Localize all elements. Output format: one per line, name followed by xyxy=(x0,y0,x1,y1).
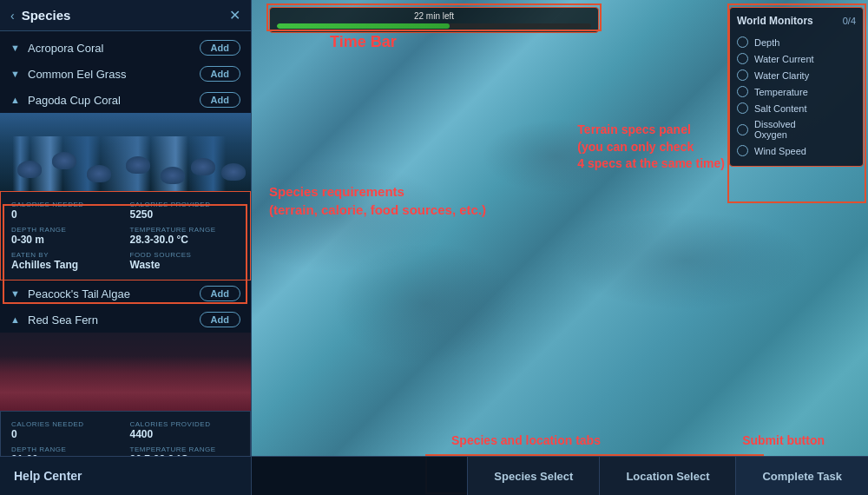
monitor-item-water-clarity[interactable]: Water Clarity xyxy=(737,67,856,83)
radio-temperature[interactable] xyxy=(737,86,748,97)
species-select-tab[interactable]: Species Select xyxy=(467,457,599,496)
monitor-item-wind-speed[interactable]: Wind Speed xyxy=(737,142,856,159)
species-name: Common Eel Grass xyxy=(28,68,126,81)
coral-shape xyxy=(17,161,42,178)
monitor-label: Water Clarity xyxy=(754,70,809,81)
species-name: Pagoda Cup Coral xyxy=(28,94,121,107)
add-pagoda-button[interactable]: Add xyxy=(200,92,240,108)
food-sources-label: FOOD SOURCES xyxy=(130,251,240,259)
time-progress-background xyxy=(277,23,591,29)
location-select-tab[interactable]: Location Select xyxy=(599,457,735,496)
left-panel: ‹ Species ✕ ▼ Acropora Coral Add ▼ Commo… xyxy=(0,0,252,456)
monitors-count: 0/4 xyxy=(843,16,856,26)
monitor-item-salt-content[interactable]: Salt Content xyxy=(737,100,856,116)
temperature-value: 28.3-30.0 °C xyxy=(130,234,240,246)
temperature-label: TEMPERATURE RANGE xyxy=(130,446,240,453)
depth-range-label: DEPTH RANGE xyxy=(11,226,122,234)
calories-needed-value: 0 xyxy=(11,208,122,221)
monitor-label: Temperature xyxy=(754,87,808,97)
chevron-up-icon: ▲ xyxy=(10,314,23,325)
radio-wind-speed[interactable] xyxy=(737,145,748,156)
radio-salt-content[interactable] xyxy=(737,102,748,114)
monitor-label: Wind Speed xyxy=(754,146,806,156)
bottom-bar: Help Center Species Select Location Sele… xyxy=(0,456,868,495)
coral-shape xyxy=(126,156,150,174)
chevron-down-icon: ▼ xyxy=(10,288,23,299)
temperature-label: TEMPERATURE RANGE xyxy=(130,226,240,234)
calories-provided-label: CALORIES PROVIDED xyxy=(130,201,240,208)
location-select-label: Location Select xyxy=(626,470,709,483)
monitor-item-dissolved-oxygen[interactable]: DissolvedOxygen xyxy=(737,116,856,142)
add-acropora-button[interactable]: Add xyxy=(200,40,240,56)
coral-shape xyxy=(191,158,215,175)
eaten-by-label: EATEN BY xyxy=(11,251,122,259)
terrain-specs-annotation: Terrain specs panel(you can only check4 … xyxy=(577,122,725,173)
add-peacock-button[interactable]: Add xyxy=(200,286,240,301)
radio-depth[interactable] xyxy=(737,36,748,48)
species-name: Peacock's Tail Algae xyxy=(28,287,130,300)
calories-provided-label: CALORIES PROVIDED xyxy=(130,420,240,428)
species-row[interactable]: ▼ Common Eel Grass Add xyxy=(0,61,251,87)
calories-needed-label: CALORIES NEEDED xyxy=(11,201,122,208)
time-bar-annotation: Time Bar xyxy=(330,33,397,51)
help-center-button[interactable]: Help Center xyxy=(0,457,252,495)
pagoda-coral-image xyxy=(0,113,251,191)
coral-shape xyxy=(87,165,111,182)
food-sources-value: Waste xyxy=(130,259,240,271)
red-sea-fern-image xyxy=(0,333,251,411)
depth-range-label: DEPTH RANGE xyxy=(11,446,122,453)
calories-needed-value: 0 xyxy=(11,428,122,440)
close-icon[interactable]: ✕ xyxy=(229,7,240,23)
radio-water-current[interactable] xyxy=(737,53,748,64)
calories-provided-value: 4400 xyxy=(130,428,240,440)
world-monitors-panel: World Monitors 0/4 Depth Water Current W… xyxy=(729,7,864,167)
back-chevron-icon[interactable]: ‹ xyxy=(10,9,15,23)
species-row[interactable]: ▲ Red Sea Fern Add xyxy=(0,307,251,333)
terrain-specs-text: Terrain specs panel(you can only check4 … xyxy=(577,122,725,170)
calories-provided-value: 5250 xyxy=(130,208,240,221)
coral-shape xyxy=(52,152,76,169)
species-row[interactable]: ▲ Pagoda Cup Coral Add xyxy=(0,87,251,113)
monitor-label: Depth xyxy=(754,37,779,48)
coral-shape xyxy=(221,163,246,181)
bottom-tabs: Species Select Location Select Complete … xyxy=(252,457,868,496)
species-req-text: Species requirements(terrain, calorie, f… xyxy=(269,184,486,217)
species-select-label: Species Select xyxy=(494,470,573,483)
help-center-label: Help Center xyxy=(14,469,82,483)
monitor-label: Water Current xyxy=(754,54,814,64)
time-progress-fill xyxy=(277,23,450,29)
depth-range-value: 0-30 m xyxy=(11,234,122,246)
monitor-item-temperature[interactable]: Temperature xyxy=(737,83,856,100)
calories-needed-label: CALORIES NEEDED xyxy=(11,420,122,428)
monitors-title: World Monitors xyxy=(737,15,813,27)
add-eel-grass-button[interactable]: Add xyxy=(200,66,240,82)
species-location-tabs-annotation: Species and location tabs xyxy=(451,433,601,447)
monitor-item-depth[interactable]: Depth xyxy=(737,34,856,50)
submit-button-annotation: Submit button xyxy=(742,433,825,447)
species-row[interactable]: ▼ Peacock's Tail Algae Add xyxy=(0,280,251,307)
monitors-header: World Monitors 0/4 xyxy=(737,15,856,27)
radio-water-clarity[interactable] xyxy=(737,69,748,81)
pagoda-info-card: CALORIES NEEDED 0 CALORIES PROVIDED 5250… xyxy=(0,191,251,280)
species-requirements-annotation: Species requirements(terrain, calorie, f… xyxy=(269,182,486,219)
chevron-down-icon: ▼ xyxy=(10,43,23,53)
chevron-up-icon: ▲ xyxy=(10,95,23,105)
eaten-by-value: Achilles Tang xyxy=(11,259,122,271)
red-sea-fern-info-card: CALORIES NEEDED 0 CALORIES PROVIDED 4400… xyxy=(0,411,251,456)
panel-header: ‹ Species ✕ xyxy=(0,0,251,31)
monitor-label: Salt Content xyxy=(754,103,807,114)
species-name: Acropora Coral xyxy=(28,42,103,55)
species-list: ▼ Acropora Coral Add ▼ Common Eel Grass … xyxy=(0,31,251,456)
species-row[interactable]: ▼ Acropora Coral Add xyxy=(0,35,251,61)
panel-title: Species xyxy=(22,8,71,23)
complete-task-tab[interactable]: Complete Task xyxy=(735,457,868,496)
time-bar: 22 min left xyxy=(269,7,599,33)
monitor-label: DissolvedOxygen xyxy=(754,119,796,140)
radio-dissolved-oxygen[interactable] xyxy=(737,124,748,135)
monitor-item-water-current[interactable]: Water Current xyxy=(737,50,856,67)
chevron-down-icon: ▼ xyxy=(10,69,23,79)
coral-shape xyxy=(161,167,185,184)
add-red-sea-fern-button[interactable]: Add xyxy=(200,312,240,327)
time-label: 22 min left xyxy=(277,11,591,21)
species-name: Red Sea Fern xyxy=(28,314,98,327)
